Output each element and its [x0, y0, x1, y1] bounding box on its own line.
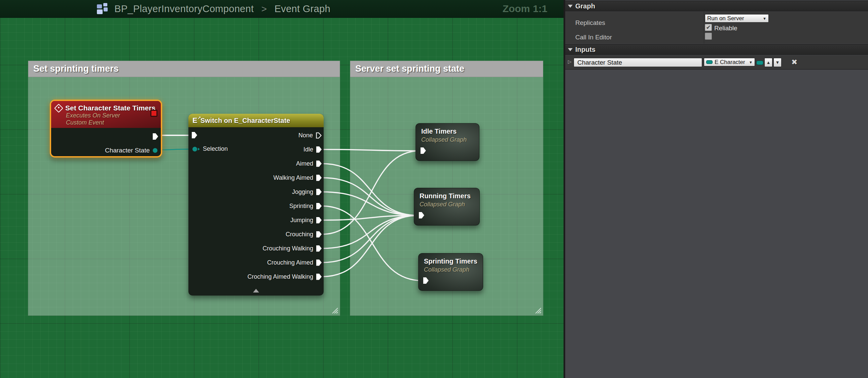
replicates-dropdown[interactable]: Run on Server ▼ — [705, 14, 769, 23]
enum-type-pill-icon — [706, 60, 713, 64]
blueprint-graph-canvas[interactable]: Set sprinting timers Server set sprintin… — [0, 0, 563, 378]
section-title: Inputs — [575, 46, 595, 54]
switch-output-row-idle: Idle — [304, 145, 322, 154]
exec-wire-croching-aimed-walking-to-running-timers[interactable] — [322, 215, 418, 277]
collapse-advanced-pins-button[interactable] — [253, 289, 259, 292]
custom-event-icon — [54, 104, 63, 113]
pin-label: Aimed — [296, 160, 313, 167]
pin-label: Walking Aimed — [274, 174, 313, 181]
switch-node-header: E↗ Switch on E_CharacterState — [188, 114, 324, 127]
switch-output-row-walking-aimed: Walking Aimed — [274, 173, 322, 182]
exec-output-pin-walking-aimed[interactable] — [316, 175, 322, 181]
exec-input-pin[interactable] — [421, 147, 426, 154]
selection-input-pin-row: Selection — [192, 145, 228, 152]
breadcrumb-separator-icon: > — [261, 4, 267, 14]
pin-label: Selection — [203, 145, 228, 152]
switch-output-row-aimed: Aimed — [296, 159, 322, 168]
inputs-section-body: ▷ E Character S ▼ ▲ ▼ ✖ — [565, 55, 868, 70]
container-type-pill-icon[interactable] — [756, 61, 763, 65]
call-in-editor-label: Call In Editor — [575, 34, 612, 41]
input-type-dropdown[interactable]: E Character S ▼ — [704, 58, 755, 66]
section-header-inputs[interactable]: Inputs — [565, 44, 868, 55]
node-idle-timers[interactable]: Idle Timers Collapsed Graph — [415, 123, 479, 161]
input-name-field[interactable] — [574, 58, 702, 67]
breadcrumb-blueprint-name[interactable]: BP_PlayerInventoryComponent — [114, 3, 254, 14]
switch-output-row-jogging: Jogging — [292, 187, 322, 197]
row-expander-icon[interactable]: ▷ — [568, 59, 571, 64]
exec-output-pin-idle[interactable] — [316, 146, 322, 153]
down-arrow-icon: ▼ — [775, 60, 780, 65]
chevron-down-icon: ▼ — [749, 60, 753, 64]
exec-output-pin-crouching-aimed[interactable] — [316, 260, 322, 266]
pin-label: Croching Aimed Walking — [248, 273, 313, 281]
exec-input-pin[interactable] — [419, 212, 424, 219]
exec-output-pin-none[interactable] — [316, 132, 322, 139]
unreal-blueprint-editor: Set sprinting timers Server set sprintin… — [0, 0, 868, 378]
exec-wire-jogging-to-running-timers[interactable] — [322, 192, 418, 215]
collapsed-node-subtitle: Collapsed Graph — [421, 136, 479, 143]
blueprint-icon — [97, 3, 109, 14]
pin-label: Crouching Aimed — [267, 259, 313, 266]
exec-output-pin-jumping[interactable] — [316, 217, 322, 224]
up-arrow-icon: ▲ — [766, 60, 771, 65]
column-divider — [704, 12, 704, 44]
switch-node-title: Switch on E_CharacterState — [200, 117, 290, 124]
exec-output-pin-croching-aimed-walking[interactable] — [316, 274, 322, 280]
collapsed-node-title: Running Timers — [420, 192, 479, 200]
pin-arrow-icon — [198, 148, 200, 150]
switch-output-row-jumping: Jumping — [290, 215, 322, 225]
input-type-value: E Character S — [715, 59, 747, 66]
switch-output-row-crouching-walking: Crouching Walking — [263, 244, 322, 253]
replicates-value: Run on Server — [707, 15, 761, 22]
collapsed-node-subtitle: Collapsed Graph — [420, 201, 479, 208]
replicates-label: Replicates — [575, 19, 605, 27]
move-down-button[interactable]: ▼ — [773, 58, 781, 67]
call-in-editor-checkbox[interactable] — [705, 33, 712, 40]
exec-output-pin-aimed[interactable] — [316, 161, 322, 167]
pin-label: Crouching — [286, 231, 313, 238]
switch-output-row-crouching-aimed: Crouching Aimed — [267, 258, 322, 267]
zoom-level-indicator: Zoom 1:1 — [503, 3, 547, 14]
delete-input-button[interactable]: ✖ — [791, 58, 797, 67]
selection-input-pin[interactable] — [192, 147, 197, 151]
exec-output-pin-jogging[interactable] — [316, 189, 322, 195]
node-switch-on-e-characterstate[interactable]: E↗ Switch on E_CharacterState Selection … — [188, 114, 324, 295]
switch-output-row-crouching: Crouching — [286, 230, 322, 239]
breadcrumb-bar: BP_PlayerInventoryComponent > Event Grap… — [0, 0, 563, 18]
event-node-subtitle: Custom Event — [66, 119, 157, 126]
exec-wire-walking-aimed-to-running-timers[interactable] — [322, 178, 418, 215]
section-collapse-triangle-icon[interactable] — [568, 5, 572, 8]
exec-output-pin[interactable] — [153, 133, 158, 140]
breadcrumb: BP_PlayerInventoryComponent > Event Grap… — [114, 3, 330, 14]
move-up-button[interactable]: ▲ — [764, 58, 772, 67]
character-state-output-pin[interactable] — [153, 148, 157, 153]
exec-output-pin-crouching[interactable] — [316, 231, 322, 238]
section-collapse-triangle-icon[interactable] — [568, 48, 572, 51]
exec-wire-idle-to-idle-timers[interactable] — [322, 149, 420, 151]
collapsed-node-title: Sprinting Timers — [424, 258, 483, 265]
pin-label: None — [299, 132, 313, 139]
exec-input-pin[interactable] — [192, 132, 197, 138]
breadcrumb-graph-name[interactable]: Event Graph — [275, 3, 330, 14]
node-running-timers[interactable]: Running Timers Collapsed Graph — [414, 188, 480, 226]
reliable-label: Reliable — [714, 25, 738, 32]
pin-label: Crouching Walking — [263, 245, 313, 252]
event-node-subtitle: Executes On Server — [66, 112, 157, 119]
pin-label: Character State — [105, 147, 150, 154]
pin-label: Jogging — [292, 188, 313, 196]
replicated-indicator-icon — [150, 110, 157, 117]
event-node-title: Set Character State Timers — [65, 104, 155, 112]
details-panel: Graph Replicates Run on Server ▼ ✔ Relia… — [563, 0, 868, 378]
section-title: Graph — [575, 2, 595, 10]
exec-output-pin-sprinting[interactable] — [316, 203, 322, 209]
exec-output-pin-crouching-walking[interactable] — [316, 245, 322, 252]
switch-output-row-croching-aimed-walking: Croching Aimed Walking — [248, 272, 322, 282]
reliable-checkbox[interactable]: ✔ — [705, 24, 712, 31]
exec-input-pin[interactable] — [423, 278, 429, 284]
pin-label: Sprinting — [289, 203, 313, 210]
switch-output-row-sprinting: Sprinting — [289, 201, 322, 211]
node-sprinting-timers[interactable]: Sprinting Timers Collapsed Graph — [418, 253, 483, 291]
node-set-character-state-timers[interactable]: Set Character State Timers Executes On S… — [50, 99, 162, 157]
collapsed-node-subtitle: Collapsed Graph — [424, 266, 483, 273]
section-header-graph[interactable]: Graph — [565, 1, 868, 11]
